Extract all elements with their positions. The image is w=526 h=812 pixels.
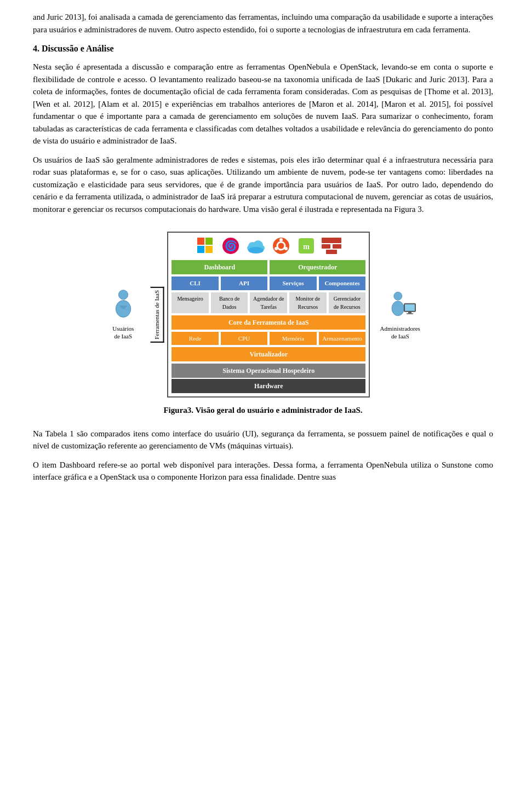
svg-rect-19 (322, 238, 341, 243)
ferramentas-label: Ferramentas de IaaS (151, 287, 164, 343)
dashboard-cell: Dashboard (171, 260, 267, 274)
linux-mint-icon: m (296, 236, 316, 256)
mensageiro-cell: Mensageiro (171, 292, 209, 313)
so-bar: Sistema Operacional Hospedeiro (171, 364, 365, 378)
orchestrator-cell: Orquestrador (270, 260, 365, 274)
svg-rect-26 (405, 304, 415, 311)
debian-icon: 🌀 (221, 236, 241, 256)
paragraph-5: O item Dashboard refere-se ao portal web… (33, 459, 493, 483)
gray-services-row: Mensageiro Banco deDados Agendador deTar… (171, 292, 365, 313)
svg-point-23 (394, 292, 402, 301)
users-label: Usuáriosde IaaS (112, 325, 134, 339)
cli-cell: CLI (171, 277, 219, 290)
banco-dados-cell: Banco deDados (211, 292, 248, 313)
services-cell: Serviços (270, 277, 317, 290)
cpu-cell: CPU (221, 332, 268, 345)
os-icons-row: 🌀 (171, 236, 365, 256)
gerenciador-cell: Gerenciadorde Recursos (329, 292, 366, 313)
figure-3-caption-bold: Figura3. Visão geral do usuário e admini… (163, 406, 362, 414)
windows-icon (196, 236, 215, 256)
svg-point-11 (248, 247, 264, 254)
admin-label: Administradoresde IaaS (380, 325, 420, 339)
user-icon (111, 289, 135, 322)
svg-point-24 (392, 301, 404, 316)
svg-point-14 (279, 238, 283, 241)
armazenamento-cell: Armazenamento (319, 332, 366, 345)
svg-rect-4 (197, 246, 204, 253)
memoria-cell: Memória (270, 332, 317, 345)
paragraph-2: Nesta seção é apresentada a discussão e … (33, 61, 493, 147)
paragraph-1: and Juric 2013], foi analisada a camada … (33, 11, 493, 36)
agendador-cell: Agendador deTarefas (250, 292, 287, 313)
monitor-cell: Monitor deRecursos (289, 292, 327, 313)
svg-rect-20 (322, 244, 330, 249)
rede-cell: Rede (171, 332, 219, 345)
svg-rect-3 (205, 238, 213, 245)
section-4-heading: 4. Discussão e Análise (33, 42, 493, 55)
svg-rect-28 (407, 314, 413, 315)
admin-icon (384, 289, 416, 322)
figure-3-caption: Figura3. Visão geral do usuário e admini… (163, 404, 362, 417)
admin-side: Administradoresde IaaS (375, 289, 425, 339)
cli-api-row: CLI API Serviços Componentes (171, 277, 365, 290)
svg-point-16 (275, 247, 278, 250)
diagram-box: 🌀 (167, 232, 370, 398)
resource-row: Rede CPU Memória Armazenamento (171, 332, 365, 345)
core-bar: Core da Ferramenta de IaaS (171, 315, 365, 330)
diagram-center-wrapper: Ferramentas de IaaS (151, 232, 370, 398)
svg-rect-27 (408, 312, 411, 314)
ubuntu-icon (271, 236, 291, 256)
svg-text:🌀: 🌀 (225, 240, 237, 252)
users-side: Usuáriosde IaaS (101, 289, 145, 339)
paragraph-4: Na Tabela 1 são comparados itens como in… (33, 428, 493, 452)
paragraph-3: Os usuários de IaaS são geralmente admin… (33, 154, 493, 216)
svg-point-0 (118, 290, 128, 300)
svg-rect-5 (205, 246, 213, 253)
cloud-icon (246, 236, 266, 256)
svg-point-15 (284, 247, 288, 250)
hardware-bar: Hardware (171, 379, 365, 393)
virtualizador-bar: Virtualizador (171, 347, 365, 361)
svg-rect-2 (197, 238, 204, 245)
svg-text:m: m (303, 243, 310, 251)
svg-rect-21 (333, 244, 341, 249)
api-cell: API (221, 277, 268, 290)
page-content: and Juric 2013], foi analisada a camada … (33, 11, 493, 483)
diagram-wrapper: Usuáriosde IaaS Ferramentas de IaaS (101, 232, 425, 398)
dashboard-orchestrator-row: Dashboard Orquestrador (171, 260, 365, 274)
firewall-icon (322, 236, 341, 256)
figure-3: Usuáriosde IaaS Ferramentas de IaaS (33, 232, 493, 417)
components-cell: Componentes (319, 277, 366, 290)
svg-rect-22 (326, 250, 337, 254)
